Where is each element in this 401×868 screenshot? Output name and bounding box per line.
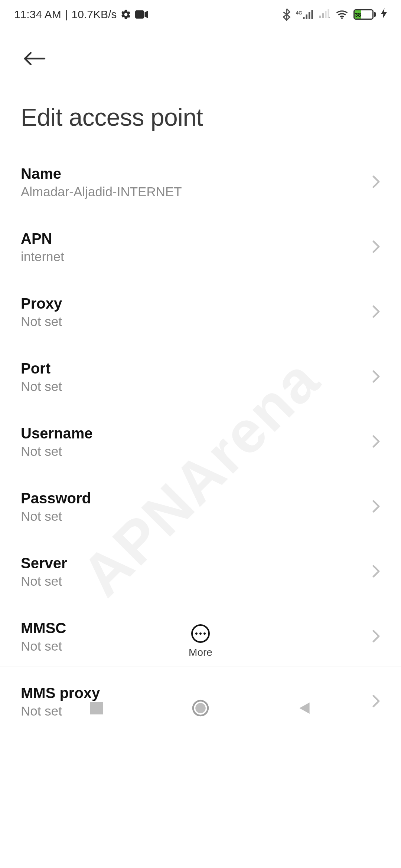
gear-icon [120, 9, 131, 20]
chevron-right-icon [372, 370, 380, 385]
video-camera-icon [135, 10, 148, 19]
item-proxy[interactable]: Proxy Not set [21, 280, 380, 345]
item-name[interactable]: Name Almadar-Aljadid-INTERNET [21, 150, 380, 215]
more-menu-button[interactable]: More [0, 624, 401, 667]
item-server[interactable]: Server Not set [21, 539, 380, 604]
item-label: Server [21, 555, 67, 572]
item-value: Not set [21, 509, 91, 524]
svg-rect-3 [309, 12, 310, 19]
nav-back-button[interactable] [290, 693, 319, 723]
chevron-right-icon [372, 305, 380, 320]
nav-home-button[interactable] [186, 693, 215, 723]
item-value: internet [21, 249, 64, 264]
item-label: Port [21, 360, 62, 377]
page-title: Edit access point [0, 72, 401, 150]
chevron-right-icon [372, 240, 380, 255]
signal-secondary-icon: x [319, 8, 330, 21]
status-pipe: | [65, 8, 68, 21]
item-label: Proxy [21, 295, 62, 312]
status-net-speed: 10.7KB/s [72, 8, 117, 21]
svg-rect-1 [303, 17, 305, 19]
charging-bolt-icon [381, 8, 387, 21]
svg-rect-4 [312, 10, 313, 19]
item-label: Password [21, 490, 91, 507]
chevron-right-icon [372, 565, 380, 579]
item-port[interactable]: Port Not set [21, 345, 380, 410]
back-button[interactable] [21, 45, 48, 72]
svg-rect-6 [322, 13, 324, 18]
svg-rect-2 [306, 14, 308, 19]
battery-indicator: 38 [353, 9, 376, 20]
item-label: Username [21, 425, 92, 442]
svg-rect-7 [325, 11, 327, 18]
svg-rect-0 [135, 10, 144, 19]
chevron-right-icon [372, 435, 380, 450]
svg-rect-11 [90, 702, 103, 714]
item-apn[interactable]: APN internet [21, 215, 380, 280]
item-password[interactable]: Password Not set [21, 474, 380, 539]
item-value: Not set [21, 444, 92, 459]
chevron-right-icon [372, 175, 380, 190]
item-value: Not set [21, 379, 62, 394]
svg-point-10 [341, 17, 343, 19]
nav-recent-button[interactable] [82, 693, 111, 723]
item-label: APN [21, 230, 64, 247]
chevron-right-icon [372, 500, 380, 514]
wifi-icon [336, 9, 348, 20]
bluetooth-icon [283, 8, 291, 21]
status-time: 11:34 AM [14, 8, 61, 21]
item-value: Not set [21, 574, 67, 589]
svg-point-13 [195, 703, 206, 713]
nav-bar [0, 682, 401, 734]
svg-text:x: x [328, 16, 330, 18]
item-username[interactable]: Username Not set [21, 410, 380, 474]
item-value: Not set [21, 314, 62, 329]
svg-rect-5 [319, 16, 321, 18]
item-label: Name [21, 165, 182, 182]
signal-4g-indicator: 4G [296, 10, 314, 19]
status-bar: 11:34 AM | 10.7KB/s 4G x [0, 0, 401, 29]
more-label: More [189, 647, 212, 658]
more-dots-icon [191, 624, 210, 643]
item-value: Almadar-Aljadid-INTERNET [21, 184, 182, 199]
